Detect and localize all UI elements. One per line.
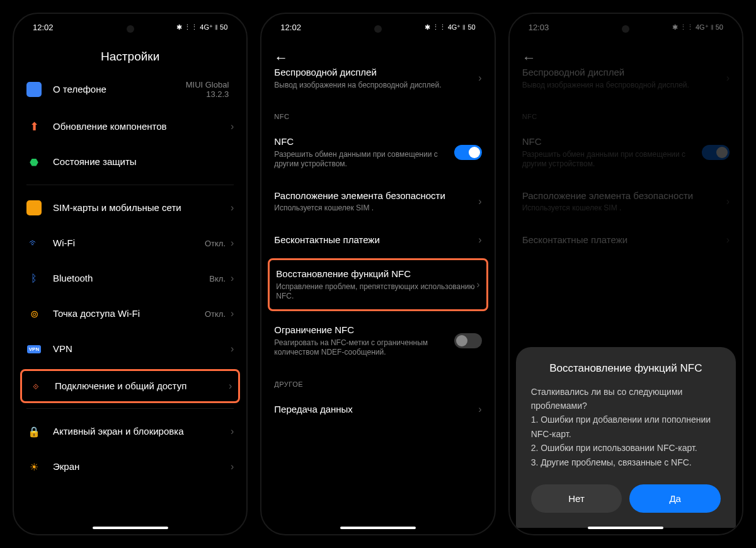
wifi-icon: ᯤ [26, 236, 42, 251]
shield-icon: ⬣ [26, 154, 42, 169]
no-button[interactable]: Нет [531, 484, 622, 513]
phone-icon [26, 82, 42, 97]
dialog-point-1: 1. Ошибки при добавлении или пополнении … [531, 413, 721, 441]
chevron-right-icon: › [231, 202, 234, 214]
chevron-right-icon: › [231, 343, 234, 355]
row-nfc-repair[interactable]: Восстановление функций NFC Исправление п… [268, 258, 488, 311]
chevron-right-icon: › [231, 308, 234, 319]
row-lock-screen[interactable]: 🔒 Активный экран и блокировка › [26, 414, 234, 449]
row-wifi[interactable]: ᯤ Wi-Fi Откл. › [26, 225, 234, 261]
row-wireless-display[interactable]: Беспроводной дисплей Вывод изображения н… [274, 56, 481, 100]
chevron-right-icon: › [478, 196, 481, 207]
row-title: Состояние защиты [53, 156, 234, 168]
row-value: Вкл. [209, 274, 226, 283]
vpn-icon: VPN [26, 341, 42, 357]
row-value: Откл. [205, 239, 226, 248]
yes-button[interactable]: Да [629, 484, 721, 513]
dialog-point-2: 2. Ошибки при использовании NFC-карт. [531, 441, 721, 455]
chevron-right-icon: › [478, 404, 481, 415]
chevron-right-icon: › [478, 234, 481, 246]
dialog-question: Сталкивались ли вы со следующими проблем… [531, 385, 721, 413]
chevron-right-icon: › [231, 461, 234, 472]
dialog-title: Восстановление функций NFC [531, 362, 721, 375]
status-icons: ✱ ⋮⋮ 4G⁺ ⫴ 50 [425, 23, 476, 31]
row-title: VPN [53, 343, 231, 355]
home-indicator[interactable] [588, 527, 663, 529]
chevron-right-icon: › [231, 237, 234, 249]
status-icons: ✱ ⋮⋮ 4G⁺ ⫴ 50 [176, 23, 227, 31]
divider [26, 408, 234, 409]
row-about-phone[interactable]: О телефоне MIUI Global 13.2.3 [26, 70, 234, 109]
sim-icon [26, 200, 42, 215]
display-icon: ☀ [26, 459, 42, 474]
section-label-other: ДРУГОЕ [274, 368, 481, 393]
row-subtitle: Реагировать на NFC-метки с ограниченным … [274, 338, 454, 358]
settings-list[interactable]: О телефоне MIUI Global 13.2.3 ⬆ Обновлен… [14, 70, 246, 527]
row-title: Bluetooth [53, 272, 209, 285]
status-time: 12:02 [280, 23, 301, 32]
home-indicator[interactable] [93, 527, 168, 529]
row-title: Обновление компонентов [53, 120, 231, 133]
row-title: Точка доступа Wi-Fi [53, 307, 205, 320]
camera-notch [374, 25, 382, 33]
row-title: Активный экран и блокировка [53, 425, 231, 438]
row-security-status[interactable]: ⬣ Состояние защиты [26, 144, 234, 180]
camera-notch [622, 25, 629, 33]
row-subtitle: Разрешить обмен данными при совмещении с… [274, 150, 454, 169]
row-title: Расположение элемента безопасности [274, 190, 478, 202]
row-display[interactable]: ☀ Экран › [26, 449, 234, 484]
phone-screen-3: 12:03 ✱ ⋮⋮ 4G⁺ ⫴ 50 ← Беспроводной диспл… [508, 13, 743, 535]
home-indicator[interactable] [340, 527, 416, 529]
row-title: Экран [53, 460, 231, 473]
hotspot-icon: ⊚ [26, 306, 42, 321]
row-subtitle: Используется кошелек SIM . [274, 203, 478, 214]
dialog-overlay[interactable]: Восстановление функций NFC Сталкивались … [510, 14, 742, 534]
status-time: 12:02 [33, 23, 54, 32]
row-data-transfer[interactable]: Передача данных › [274, 393, 481, 426]
connect-icon: ⟐ [28, 379, 43, 394]
row-value: Откл. [205, 309, 226, 319]
phone-screen-1: 12:02 ✱ ⋮⋮ 4G⁺ ⫴ 50 Настройки О телефоне… [13, 13, 248, 535]
row-connection-sharing[interactable]: ⟐ Подключение и общий доступ › [20, 369, 240, 403]
phone-screen-2: 12:02 ✱ ⋮⋮ 4G⁺ ⫴ 50 ← Беспроводной диспл… [260, 13, 495, 535]
nfc-limit-toggle[interactable] [454, 333, 482, 348]
row-nfc-limit[interactable]: Ограничение NFC Реагировать на NFC-метки… [274, 314, 481, 368]
row-contactless-payments[interactable]: Бесконтактные платежи › [274, 224, 481, 256]
chevron-right-icon: › [229, 380, 232, 392]
settings-list[interactable]: Беспроводной дисплей Вывод изображения н… [261, 56, 494, 513]
row-title: Ограничение NFC [274, 324, 454, 336]
row-subtitle: Исправление проблем, препятствующих испо… [276, 282, 476, 302]
row-value: MIUI Global 13.2.3 [186, 80, 229, 99]
row-title: NFC [274, 135, 454, 148]
row-title: Беспроводной дисплей [274, 66, 478, 79]
row-title: Wi-Fi [53, 237, 205, 249]
dialog-body: Сталкивались ли вы со следующими проблем… [531, 385, 721, 469]
update-icon: ⬆ [26, 119, 42, 134]
row-vpn[interactable]: VPN VPN › [26, 331, 234, 367]
chevron-right-icon: › [478, 72, 481, 84]
chevron-right-icon: › [231, 121, 234, 132]
row-nfc-toggle[interactable]: NFC Разрешить обмен данными при совмещен… [274, 125, 481, 180]
bluetooth-icon: ᛒ [26, 271, 42, 286]
row-hotspot[interactable]: ⊚ Точка доступа Wi-Fi Откл. › [26, 296, 234, 331]
row-system-update[interactable]: ⬆ Обновление компонентов › [26, 109, 234, 144]
row-title: Восстановление функций NFC [276, 268, 476, 280]
page-title: Настройки [14, 37, 246, 70]
chevron-right-icon: › [476, 279, 479, 290]
row-secure-element[interactable]: Расположение элемента безопасности Испол… [274, 180, 481, 224]
row-title: Подключение и общий доступ [55, 380, 229, 392]
nfc-toggle[interactable] [454, 145, 482, 160]
row-title: Передача данных [274, 403, 478, 416]
nfc-repair-dialog: Восстановление функций NFC Сталкивались … [516, 347, 736, 528]
dialog-point-3: 3. Другие проблемы, связанные с NFC. [531, 455, 721, 469]
header: ← [261, 37, 494, 56]
row-title: Бесконтактные платежи [274, 234, 478, 246]
row-title: О телефоне [53, 83, 186, 96]
dialog-buttons: Нет Да [531, 484, 721, 513]
lock-icon: 🔒 [26, 424, 42, 439]
row-sim-cards[interactable]: SIM-карты и мобильные сети › [26, 190, 234, 225]
row-bluetooth[interactable]: ᛒ Bluetooth Вкл. › [26, 261, 234, 296]
divider [26, 185, 234, 185]
chevron-right-icon: › [231, 426, 234, 437]
row-subtitle: Вывод изображения на беспроводной диспле… [274, 81, 478, 91]
